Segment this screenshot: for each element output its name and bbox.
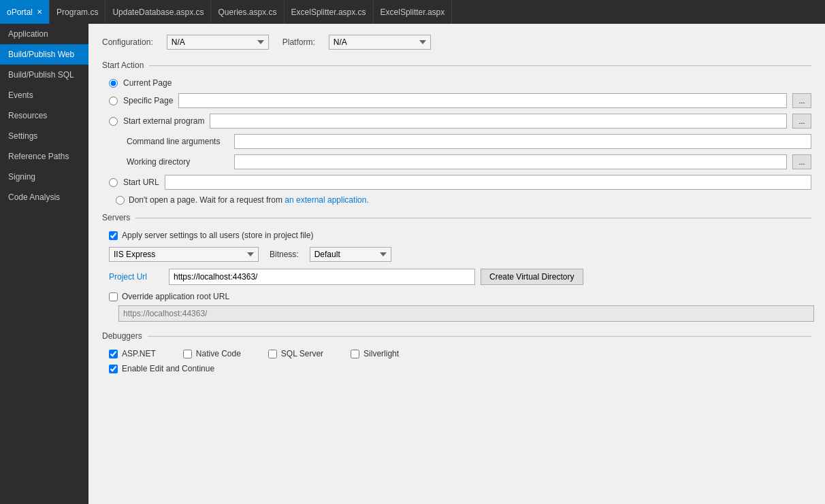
debuggers-row: ASP.NET Native Code SQL Server Silverlig… bbox=[109, 349, 811, 358]
sidebar: Application Build/Publish Web Build/Publ… bbox=[0, 24, 88, 504]
sidebar-item-resources[interactable]: Resources bbox=[0, 105, 88, 126]
apply-server-settings-checkbox[interactable] bbox=[109, 231, 118, 240]
radio-current-page[interactable] bbox=[109, 79, 118, 88]
tab-updatedatabase[interactable]: UpdateDatabase.aspx.cs bbox=[106, 0, 211, 24]
tab-label: ExcelSplitter.aspx.cs bbox=[291, 7, 366, 17]
working-dir-row: Working directory ... bbox=[127, 154, 811, 169]
content-area: Configuration: N/A Platform: N/A Start A… bbox=[88, 24, 825, 504]
sql-server-label[interactable]: SQL Server bbox=[281, 349, 323, 358]
sidebar-item-settings[interactable]: Settings bbox=[0, 126, 88, 146]
working-dir-label: Working directory bbox=[127, 157, 229, 167]
sidebar-item-events[interactable]: Events bbox=[0, 85, 88, 105]
servers-header: Servers bbox=[102, 213, 811, 222]
tab-bar: oPortal ✕ Program.cs UpdateDatabase.aspx… bbox=[0, 0, 825, 24]
radio-specific-page[interactable] bbox=[109, 97, 118, 105]
working-dir-input[interactable] bbox=[234, 154, 787, 169]
tab-label: Queries.aspx.cs bbox=[218, 7, 276, 17]
sidebar-item-application[interactable]: Application bbox=[0, 24, 88, 44]
section-divider-servers bbox=[135, 218, 811, 218]
radio-start-url[interactable] bbox=[109, 178, 118, 187]
tab-label: UpdateDatabase.aspx.cs bbox=[112, 7, 204, 17]
override-row: Override application root URL bbox=[109, 292, 811, 301]
tab-queries[interactable]: Queries.aspx.cs bbox=[211, 0, 284, 24]
specific-page-browse-button[interactable]: ... bbox=[792, 93, 811, 108]
cmd-args-input[interactable] bbox=[234, 134, 811, 149]
sidebar-item-build-publish-web[interactable]: Build/Publish Web bbox=[0, 44, 88, 65]
radio-row-current-page: Current Page bbox=[109, 78, 811, 88]
sidebar-item-code-analysis[interactable]: Code Analysis bbox=[0, 187, 88, 207]
radio-dont-open[interactable] bbox=[116, 196, 125, 205]
debugger-sql: SQL Server bbox=[268, 349, 323, 358]
native-code-checkbox[interactable] bbox=[183, 350, 192, 358]
close-icon[interactable]: ✕ bbox=[37, 8, 42, 16]
override-url-checkbox[interactable] bbox=[109, 292, 118, 301]
radio-row-dont-open: Don't open a page. Wait for a request fr… bbox=[116, 195, 811, 205]
cmd-args-row: Command line arguments bbox=[127, 134, 811, 149]
tab-program[interactable]: Program.cs bbox=[50, 0, 106, 24]
tab-excelsplitter-cs[interactable]: ExcelSplitter.aspx.cs bbox=[285, 0, 374, 24]
platform-label: Platform: bbox=[282, 37, 315, 47]
edit-continue-label[interactable]: Enable Edit and Continue bbox=[122, 364, 214, 373]
configuration-label: Configuration: bbox=[102, 37, 153, 47]
debugger-silverlight: Silverlight bbox=[351, 349, 399, 358]
start-action-header: Start Action bbox=[102, 61, 811, 70]
external-application-link[interactable]: an external application. bbox=[285, 195, 368, 205]
debuggers-header: Debuggers bbox=[102, 331, 811, 341]
cmd-args-label: Command line arguments bbox=[127, 137, 229, 146]
silverlight-label[interactable]: Silverlight bbox=[363, 349, 399, 358]
start-action-title: Start Action bbox=[102, 61, 144, 70]
section-divider bbox=[149, 65, 811, 66]
override-url-label[interactable]: Override application root URL bbox=[122, 292, 229, 301]
aspnet-checkbox[interactable] bbox=[109, 350, 118, 358]
radio-dont-open-label: Don't open a page. Wait for a request fr… bbox=[129, 195, 369, 205]
configuration-select[interactable]: N/A bbox=[167, 35, 269, 50]
native-code-label[interactable]: Native Code bbox=[196, 349, 241, 358]
sidebar-item-signing[interactable]: Signing bbox=[0, 167, 88, 187]
external-program-browse-button[interactable]: ... bbox=[792, 114, 811, 129]
platform-select[interactable]: N/A bbox=[329, 35, 431, 50]
external-program-input[interactable] bbox=[210, 114, 787, 129]
server-type-select[interactable]: IIS Express bbox=[109, 247, 259, 262]
main-layout: Application Build/Publish Web Build/Publ… bbox=[0, 24, 825, 504]
project-url-row: Project Url Create Virtual Directory bbox=[109, 269, 811, 285]
override-url-input[interactable] bbox=[118, 305, 814, 322]
radio-row-external-program: Start external program ... bbox=[109, 114, 811, 129]
edit-continue-checkbox[interactable] bbox=[109, 365, 118, 373]
radio-row-start-url: Start URL bbox=[109, 175, 811, 190]
specific-page-input[interactable] bbox=[178, 93, 787, 108]
radio-start-url-label[interactable]: Start URL bbox=[123, 178, 159, 187]
start-url-input[interactable] bbox=[165, 175, 811, 190]
config-row: Configuration: N/A Platform: N/A bbox=[102, 35, 811, 50]
tab-excelsplitter[interactable]: ExcelSplitter.aspx bbox=[374, 0, 453, 24]
apply-server-settings-label[interactable]: Apply server settings to all users (stor… bbox=[122, 231, 313, 240]
apply-server-settings-row: Apply server settings to all users (stor… bbox=[109, 231, 811, 240]
bitness-select[interactable]: Default bbox=[310, 247, 391, 262]
bitness-label: Bitness: bbox=[270, 250, 299, 259]
servers-title: Servers bbox=[102, 213, 130, 222]
tab-label: Program.cs bbox=[56, 7, 98, 17]
create-virtual-directory-button[interactable]: Create Virtual Directory bbox=[481, 269, 583, 285]
radio-start-external[interactable] bbox=[109, 117, 118, 126]
tab-label: oPortal bbox=[7, 7, 33, 17]
aspnet-label[interactable]: ASP.NET bbox=[122, 349, 156, 358]
debugger-native: Native Code bbox=[183, 349, 241, 358]
server-type-row: IIS Express Bitness: Default bbox=[109, 247, 811, 262]
sidebar-item-reference-paths[interactable]: Reference Paths bbox=[0, 146, 88, 167]
radio-specific-page-label[interactable]: Specific Page bbox=[123, 96, 173, 105]
tab-label: ExcelSplitter.aspx bbox=[381, 7, 445, 17]
radio-row-specific-page: Specific Page ... bbox=[109, 93, 811, 108]
working-dir-browse-button[interactable]: ... bbox=[792, 154, 811, 169]
project-url-label: Project Url bbox=[109, 272, 163, 282]
tab-oportal[interactable]: oPortal ✕ bbox=[0, 0, 50, 24]
debuggers-title: Debuggers bbox=[102, 331, 142, 341]
sidebar-item-build-publish-sql[interactable]: Build/Publish SQL bbox=[0, 65, 88, 85]
start-action-group: Current Page Specific Page ... Start ext… bbox=[109, 78, 811, 205]
sql-server-checkbox[interactable] bbox=[268, 350, 277, 358]
silverlight-checkbox[interactable] bbox=[351, 350, 359, 358]
radio-start-external-label[interactable]: Start external program bbox=[123, 116, 204, 126]
project-url-input[interactable] bbox=[169, 269, 475, 285]
edit-continue-row: Enable Edit and Continue bbox=[109, 364, 811, 373]
section-divider-debuggers bbox=[148, 336, 811, 337]
debugger-aspnet: ASP.NET bbox=[109, 349, 156, 358]
radio-current-page-label[interactable]: Current Page bbox=[123, 78, 172, 88]
